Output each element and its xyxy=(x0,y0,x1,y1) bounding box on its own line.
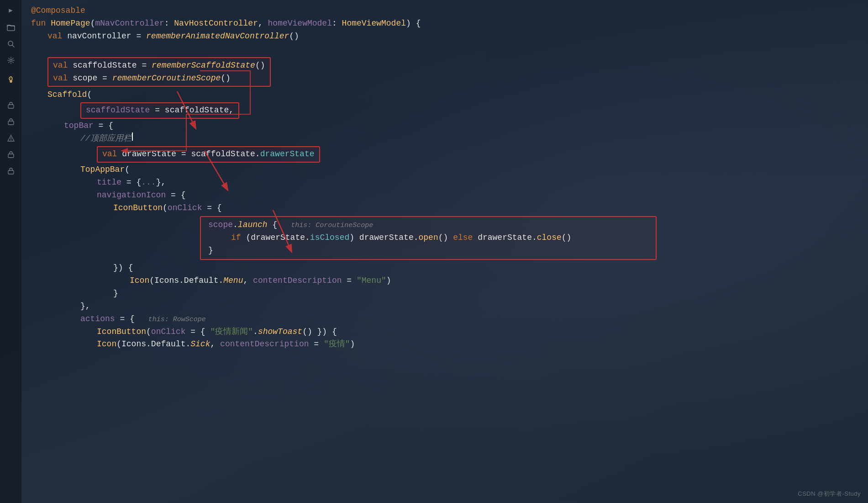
code-line-11: val drawerState = scaffoldState.drawerSt… xyxy=(102,148,315,161)
code-line-1: @Composable xyxy=(31,5,859,17)
code-line-close3: }, xyxy=(31,300,859,313)
hint-coroutinescope: this: CoroutineScope xyxy=(291,220,373,231)
svg-line-2 xyxy=(12,45,14,47)
code-line-7: Scaffold( xyxy=(31,89,859,101)
code-line-close5: } xyxy=(31,287,859,300)
code-line-actions: actions = { this: RowScope xyxy=(31,313,859,326)
svg-rect-11 xyxy=(8,170,14,174)
code-line-15: IconButton(onClick = { xyxy=(31,202,859,215)
sidebar: ▶ xyxy=(0,0,22,503)
if-drawerstate-line: if (drawerState.isClosed) drawerState.op… xyxy=(208,232,648,244)
svg-rect-10 xyxy=(8,154,14,158)
code-line-closeparen: }) { xyxy=(31,262,859,275)
code-line-8: scaffoldState = scaffoldState, xyxy=(86,104,234,117)
sidebar-icon-lock1[interactable] xyxy=(4,98,18,112)
hint-rowscope: this: RowScope xyxy=(148,314,206,325)
code-line-13: title = {...}, xyxy=(31,176,859,189)
code-line-10: //顶部应用栏 xyxy=(31,132,859,145)
scope-launch-block: scope.launch { this: CoroutineScope if (… xyxy=(31,216,859,260)
annotation-composable: @Composable xyxy=(31,5,85,17)
sidebar-icon-run[interactable]: ▶ xyxy=(4,4,18,18)
code-area: @Composable fun HomePage(mNavController:… xyxy=(22,0,868,503)
svg-point-9 xyxy=(11,140,11,141)
svg-rect-7 xyxy=(8,121,14,125)
code-line-icon-menu: Icon(Icons.Default.Menu, contentDescript… xyxy=(31,275,859,287)
sidebar-icon-lock3[interactable] xyxy=(4,147,18,162)
code-line-2: fun HomePage(mNavController: NavHostCont… xyxy=(31,17,859,30)
sidebar-icon-lock4[interactable] xyxy=(4,164,18,178)
code-line-iconbutton2: IconButton(onClick = { "疫情新闻".showToast(… xyxy=(31,326,859,339)
scope-launch-line: scope.launch { this: CoroutineScope xyxy=(208,219,648,232)
svg-rect-6 xyxy=(8,105,14,108)
sidebar-icon-folder[interactable] xyxy=(4,20,18,35)
code-line-4 xyxy=(31,43,859,55)
code-line-icon-sick: Icon(Icons.Default.Sick, contentDescript… xyxy=(31,338,859,351)
code-line-9: topBar = { xyxy=(31,120,859,132)
scaffold-state-box: val scaffoldState = rememberScaffoldStat… xyxy=(31,57,859,87)
code-line-5: val scaffoldState = rememberScaffoldStat… xyxy=(53,59,265,72)
fn-homepage: HomePage xyxy=(51,17,90,30)
sidebar-icon-lock2[interactable] xyxy=(4,114,18,129)
code-line-14: navigationIcon = { xyxy=(31,189,859,202)
sidebar-icon-search[interactable] xyxy=(4,37,18,51)
keyword-fun: fun xyxy=(31,17,51,30)
watermark: CSDN @初学者-Study xyxy=(798,489,861,498)
code-line-6: val scope = rememberCoroutineScope() xyxy=(53,72,265,85)
sidebar-icon-warning[interactable] xyxy=(4,131,18,145)
svg-point-3 xyxy=(10,59,12,62)
svg-rect-4 xyxy=(10,81,12,82)
sidebar-icon-settings[interactable] xyxy=(4,53,18,68)
code-line-12: TopAppBar( xyxy=(31,164,859,176)
scaffoldstate-param-box: scaffoldState = scaffoldState, xyxy=(31,102,859,119)
code-line-3: val navController = rememberAnimatedNavC… xyxy=(31,30,859,43)
svg-rect-5 xyxy=(10,82,12,83)
sidebar-icon-lightbulb[interactable] xyxy=(4,72,18,87)
close-brace-launch: } xyxy=(208,244,648,257)
drawerstate-box: val drawerState = scaffoldState.drawerSt… xyxy=(31,146,859,163)
